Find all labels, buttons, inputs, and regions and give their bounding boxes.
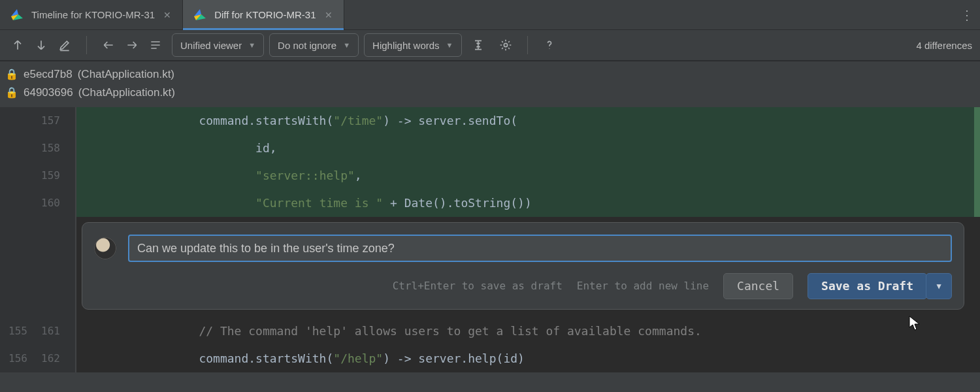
old-line-number	[0, 162, 33, 189]
new-line-number: 161	[33, 318, 65, 345]
new-line-number: 159	[33, 162, 65, 189]
edit-icon[interactable]	[54, 34, 76, 56]
gutter-strip	[65, 189, 76, 217]
gutter	[0, 217, 76, 318]
revision-info: 🔒 e5ecd7b8 (ChatApplication.kt) 🔒 649036…	[0, 61, 980, 107]
old-line-number: 156	[0, 345, 33, 372]
back-button[interactable]	[97, 34, 120, 56]
next-diff-button[interactable]	[30, 34, 52, 56]
dropdown-label: Unified viewer	[180, 40, 242, 51]
gutter-strip	[65, 318, 76, 345]
toolbar-divider	[86, 36, 87, 54]
code-content: command.startsWith("/help") -> server.he…	[76, 345, 980, 372]
save-as-draft-button[interactable]: Save as Draft	[808, 273, 927, 299]
gutter: 160	[0, 189, 76, 217]
comment-input[interactable]	[128, 235, 952, 262]
revision-left: 🔒 e5ecd7b8 (ChatApplication.kt)	[5, 65, 975, 84]
gutter: 159	[0, 162, 76, 189]
dropdown-label: Highlight words	[372, 40, 440, 51]
code-line[interactable]: 157 command.startsWith("/time") -> serve…	[0, 107, 980, 135]
gutter: 156162	[0, 345, 76, 372]
history-group	[97, 34, 167, 56]
highlight-mode-dropdown[interactable]: Highlight words ▼	[364, 33, 461, 57]
tabbar-spacer	[344, 0, 954, 29]
old-line-number	[0, 189, 33, 217]
close-icon[interactable]: ✕	[323, 9, 335, 21]
old-line-number	[0, 107, 33, 135]
revision-hash: 64903696	[24, 84, 73, 102]
code-line[interactable]: 159 "server::help",	[0, 162, 980, 189]
chevron-down-icon: ▼	[446, 41, 453, 49]
gutter: 155161	[0, 318, 76, 345]
code-line[interactable]: 158 id,	[0, 135, 980, 162]
nav-group	[7, 34, 76, 56]
new-line-number: 158	[33, 135, 65, 162]
new-line-number: 157	[33, 107, 65, 135]
gutter-strip	[65, 107, 76, 135]
ignore-mode-dropdown[interactable]: Do not ignore ▼	[269, 33, 359, 57]
code-line[interactable]: 155161 // The command 'help' allows user…	[0, 318, 980, 345]
code-line[interactable]: 160 "Current time is " + Date().toString…	[0, 189, 980, 217]
tab-diff[interactable]: Diff for KTORIO-MR-31 ✕	[183, 0, 344, 29]
diff-editor[interactable]: 157 command.startsWith("/time") -> serve…	[0, 107, 980, 372]
old-line-number: 155	[0, 318, 33, 345]
hint-newline: Enter to add new line	[577, 272, 709, 300]
space-logo-icon	[9, 7, 25, 23]
avatar	[94, 237, 116, 259]
gutter: 158	[0, 135, 76, 162]
more-menu-icon[interactable]: ⋮	[954, 0, 980, 29]
viewer-mode-dropdown[interactable]: Unified viewer ▼	[172, 33, 264, 57]
code-content: // The command 'help' allows users to ge…	[76, 318, 980, 345]
old-line-number	[0, 135, 33, 162]
gear-icon[interactable]	[495, 34, 517, 56]
revision-hash: e5ecd7b8	[24, 65, 73, 84]
chevron-down-icon: ▼	[248, 41, 255, 49]
toolbar-divider	[527, 36, 528, 54]
inline-comment-panel: Ctrl+Enter to save as draftEnter to add …	[82, 222, 964, 310]
gutter-strip	[65, 162, 76, 189]
hint-save: Ctrl+Enter to save as draft	[393, 272, 563, 300]
code-content: "Current time is " + Date().toString())	[76, 189, 980, 217]
diff-count-label: 4 differences	[916, 40, 973, 51]
tab-label: Timeline for KTORIO-MR-31	[31, 9, 155, 20]
new-line-number: 160	[33, 189, 65, 217]
revision-file: (ChatApplication.kt)	[78, 84, 175, 102]
collapse-icon[interactable]	[467, 34, 489, 56]
forward-button[interactable]	[121, 34, 143, 56]
editor-tabbar: Timeline for KTORIO-MR-31 ✕ Diff for KTO…	[0, 0, 980, 30]
gutter-strip	[65, 135, 76, 162]
space-logo-icon	[192, 7, 208, 23]
revision-right: 🔒 64903696 (ChatApplication.kt)	[5, 84, 975, 102]
svg-point-0	[504, 43, 507, 46]
chevron-down-icon: ▼	[343, 41, 350, 49]
gutter: 157	[0, 107, 76, 135]
save-options-dropdown[interactable]: ▼	[926, 273, 952, 299]
lock-icon: 🔒	[5, 65, 18, 84]
lock-icon: 🔒	[5, 84, 18, 102]
tab-label: Diff for KTORIO-MR-31	[214, 9, 316, 20]
help-icon[interactable]	[538, 34, 561, 56]
code-content: id,	[76, 135, 980, 162]
diff-toolbar: Unified viewer ▼ Do not ignore ▼ Highlig…	[0, 30, 980, 61]
prev-diff-button[interactable]	[7, 34, 29, 56]
code-content: "server::help",	[76, 162, 980, 189]
list-icon[interactable]	[144, 34, 167, 56]
overview-ruler[interactable]	[974, 107, 980, 217]
dropdown-label: Do not ignore	[278, 40, 336, 51]
cancel-button[interactable]: Cancel	[723, 273, 793, 299]
close-icon[interactable]: ✕	[161, 9, 173, 21]
gutter-strip	[65, 345, 76, 372]
code-content: command.startsWith("/time") -> server.se…	[76, 107, 980, 135]
revision-file: (ChatApplication.kt)	[78, 65, 174, 84]
tab-timeline[interactable]: Timeline for KTORIO-MR-31 ✕	[0, 0, 183, 29]
code-line[interactable]: 156162 command.startsWith("/help") -> se…	[0, 345, 980, 372]
new-line-number: 162	[33, 345, 65, 372]
